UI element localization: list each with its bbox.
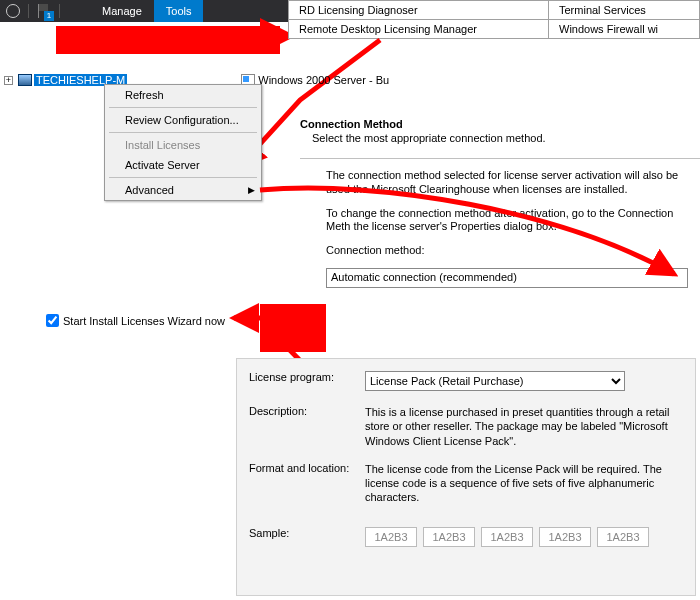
menu-item-rd-licensing-manager[interactable]: Remote Desktop Licensing Manager — [289, 20, 549, 39]
server-icon — [18, 74, 32, 86]
wizard-text: The connection method selected for licen… — [326, 169, 700, 197]
wizard-connection-method: Connection Method Select the most approp… — [300, 118, 700, 288]
sample-box: 1A2B3 — [365, 527, 417, 547]
sample-box: 1A2B3 — [423, 527, 475, 547]
license-program-label: License program: — [249, 371, 365, 391]
divider — [109, 132, 257, 133]
annotation-block — [56, 26, 280, 54]
sample-boxes: 1A2B3 1A2B3 1A2B3 1A2B3 1A2B3 — [365, 527, 683, 547]
notifications-flag-icon[interactable]: 1 — [35, 2, 53, 20]
ctx-advanced[interactable]: Advanced▶ — [105, 180, 261, 200]
sample-box: 1A2B3 — [539, 527, 591, 547]
ctx-install-licenses: Install Licenses — [105, 135, 261, 155]
menu-manage[interactable]: Manage — [90, 0, 154, 22]
start-install-wizard-checkbox[interactable] — [46, 314, 59, 327]
format-location-value: The license code from the License Pack w… — [365, 462, 683, 505]
connection-method-combo[interactable]: Automatic connection (recommended) — [326, 268, 688, 288]
ctx-activate-server[interactable]: Activate Server — [105, 155, 261, 175]
annotation-block — [260, 304, 326, 352]
tools-submenu: RD Licensing Diagnoser Terminal Services… — [288, 0, 700, 39]
back-icon[interactable] — [6, 4, 20, 18]
sample-box: 1A2B3 — [597, 527, 649, 547]
connection-method-label: Connection method: — [326, 244, 700, 258]
format-location-label: Format and location: — [249, 462, 365, 505]
context-menu: Refresh Review Configuration... Install … — [104, 84, 262, 201]
sample-label: Sample: — [249, 527, 365, 547]
description-label: Description: — [249, 405, 365, 448]
menu-item-rd-diagnoser[interactable]: RD Licensing Diagnoser — [289, 1, 549, 20]
sample-box: 1A2B3 — [481, 527, 533, 547]
divider — [59, 4, 60, 18]
start-install-wizard-label: Start Install Licenses Wizard now — [63, 315, 225, 327]
menu-item-windows-firewall[interactable]: Windows Firewall wi — [549, 20, 700, 39]
ctx-refresh[interactable]: Refresh — [105, 85, 261, 105]
wizard-subtitle: Select the most appropriate connection m… — [312, 132, 700, 144]
license-program-panel: License program: License Pack (Retail Pu… — [236, 358, 696, 596]
menu-item-terminal-services[interactable]: Terminal Services — [549, 1, 700, 20]
description-value: This is a license purchased in preset qu… — [365, 405, 683, 448]
divider — [109, 177, 257, 178]
chevron-right-icon: ▶ — [248, 185, 255, 195]
wizard-title: Connection Method — [300, 118, 700, 130]
tree-expand-icon[interactable]: + — [4, 76, 13, 85]
ctx-review-configuration[interactable]: Review Configuration... — [105, 110, 261, 130]
divider — [28, 4, 29, 18]
tree-node-child[interactable]: Windows 2000 Server - Bu — [258, 74, 389, 86]
wizard-text: To change the connection method after ac… — [326, 207, 700, 235]
divider — [109, 107, 257, 108]
license-program-select[interactable]: License Pack (Retail Purchase) — [365, 371, 625, 391]
menu-tools[interactable]: Tools — [154, 0, 204, 22]
start-install-wizard-row: Start Install Licenses Wizard now — [46, 314, 225, 327]
